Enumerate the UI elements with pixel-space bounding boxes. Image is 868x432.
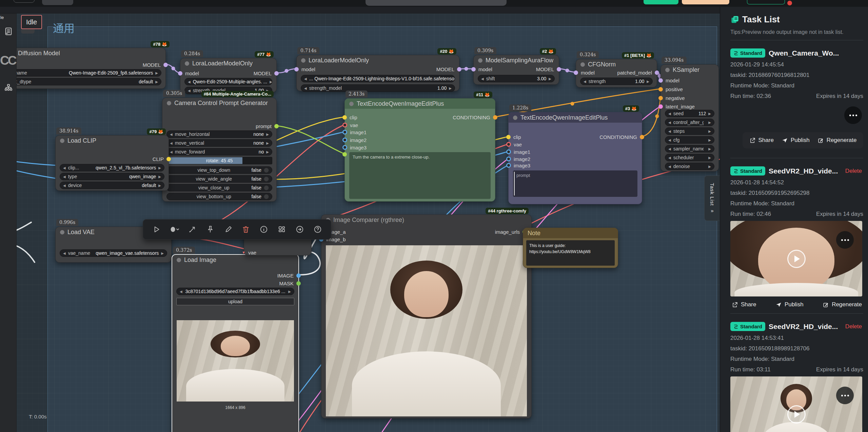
image_urls-out-port[interactable]: image_urls xyxy=(495,229,527,235)
right-arrow-icon[interactable]: ▶ xyxy=(266,150,269,154)
topbar-outline-button[interactable] xyxy=(14,0,35,3)
right-arrow-icon[interactable]: ▶ xyxy=(158,166,161,170)
port-dot-icon[interactable] xyxy=(166,157,171,161)
model-in-port[interactable]: model xyxy=(658,77,679,83)
node-collapse-dot[interactable] xyxy=(167,101,171,105)
regenerate-button[interactable]: Regenerate xyxy=(817,137,857,144)
port-dot-icon[interactable] xyxy=(557,67,561,71)
strength-widget[interactable]: ◀strength1.00▶ xyxy=(580,78,653,85)
toggle-dot-icon[interactable] xyxy=(264,177,269,182)
port-dot-icon[interactable] xyxy=(658,104,663,109)
control_after_generate-widget[interactable]: ◀control_after_generate▶ xyxy=(665,119,714,126)
right-arrow-icon[interactable]: ▶ xyxy=(708,112,711,116)
port-dot-icon[interactable] xyxy=(655,70,659,75)
route-icon[interactable] xyxy=(187,224,197,234)
more-options-button[interactable] xyxy=(844,106,862,124)
image1-in-port[interactable]: image1 xyxy=(506,149,530,155)
topbar-tab-button[interactable] xyxy=(42,0,73,5)
share-button[interactable]: Share xyxy=(749,137,774,144)
model-in-port[interactable]: model xyxy=(574,69,595,76)
info-icon[interactable] xyxy=(259,224,269,234)
model-in-port[interactable]: model xyxy=(294,66,315,72)
left-arrow-icon[interactable]: ◀ xyxy=(668,138,671,142)
submit-icon[interactable] xyxy=(295,224,305,234)
run-button[interactable] xyxy=(644,0,678,4)
view_wide_angle-toggle[interactable]: view_wide_anglefalse xyxy=(166,175,272,183)
share-button[interactable]: Share xyxy=(732,301,756,308)
right-arrow-icon[interactable]: ▶ xyxy=(158,175,161,179)
node-group-title[interactable]: 通用 xyxy=(53,20,75,35)
port-dot-icon[interactable] xyxy=(178,71,182,76)
right-arrow-icon[interactable]: ▶ xyxy=(161,251,164,255)
left-arrow-icon[interactable]: ◀ xyxy=(63,175,66,179)
left-arrow-icon[interactable]: ◀ xyxy=(180,290,182,293)
weight_dtype-widget[interactable]: ◀weight_dtypedefault▶ xyxy=(0,78,161,85)
port-dot-icon[interactable] xyxy=(506,142,511,147)
port-dot-icon[interactable] xyxy=(296,273,301,278)
model-sampling-auraflow-node[interactable]: 0.309s#2 🦊ModelSamplingAuraFlowmodelMODE… xyxy=(473,55,559,85)
image3-in-port[interactable]: image3 xyxy=(342,144,367,150)
right-arrow-icon[interactable]: ▶ xyxy=(155,71,158,75)
node-collapse-dot[interactable] xyxy=(177,258,181,262)
image2-in-port[interactable]: image2 xyxy=(506,156,530,162)
publish-button[interactable]: Publish xyxy=(782,137,810,144)
model-in-port[interactable]: model xyxy=(471,66,492,72)
value-widget[interactable]: ◀3c8701d136bd96d7aeed7f3b1fbaadbb133e6 .… xyxy=(176,288,294,295)
port-dot-icon[interactable] xyxy=(506,157,511,161)
left-arrow-icon[interactable]: ◀ xyxy=(170,150,173,154)
left-arrow-icon[interactable]: ◀ xyxy=(668,129,671,133)
port-dot-icon[interactable] xyxy=(342,123,347,127)
port-dot-icon[interactable] xyxy=(506,135,511,139)
task-title[interactable]: SeedVR2_HD_vide... xyxy=(769,323,842,331)
more-options-button[interactable] xyxy=(836,231,854,249)
right-arrow-icon[interactable]: ▶ xyxy=(708,138,711,142)
note-node[interactable]: NoteThis is a user guide:https://youtu.b… xyxy=(523,228,618,268)
lora-loader-2-node[interactable]: 0.714s#20 🦊LoraLoaderModelOnlymodelMODEL… xyxy=(296,55,459,91)
left-arrow-icon[interactable]: ◀ xyxy=(668,112,671,116)
upgrade-button[interactable] xyxy=(682,0,729,4)
strength_model-widget[interactable]: ◀strength_model1.00▶ xyxy=(301,84,455,92)
secondary-action-button[interactable] xyxy=(747,0,785,4)
task-video-thumbnail[interactable] xyxy=(730,376,862,432)
delete-task-button[interactable]: Delete xyxy=(845,168,862,174)
right-arrow-icon[interactable]: ▶ xyxy=(708,129,711,133)
negative-in-port[interactable]: negative xyxy=(658,95,685,101)
note-text[interactable]: This is a user guide:https://youtu.be/UG… xyxy=(526,240,615,266)
image1-in-port[interactable]: image1 xyxy=(342,129,367,135)
play-icon[interactable] xyxy=(151,224,161,234)
regenerate-button[interactable]: Regenerate xyxy=(823,301,862,308)
port-dot-icon[interactable] xyxy=(658,96,663,100)
image2-in-port[interactable]: image2 xyxy=(342,137,367,143)
MODEL-out-port[interactable]: MODEL xyxy=(254,70,279,76)
view_bottom_up-toggle[interactable]: view_bottom_upfalse xyxy=(166,193,272,200)
workflows-icon[interactable] xyxy=(4,26,13,36)
port-dot-icon[interactable] xyxy=(274,124,279,128)
left-arrow-icon[interactable]: ◀ xyxy=(170,132,173,136)
port-dot-icon[interactable] xyxy=(342,145,347,150)
CONDITIONING-out-port[interactable]: CONDITIONING xyxy=(453,114,497,120)
toggle-dot-icon[interactable] xyxy=(264,168,269,173)
right-arrow-icon[interactable]: ▶ xyxy=(266,141,269,145)
reroute-dot[interactable] xyxy=(566,69,569,73)
node-collapse-dot[interactable] xyxy=(60,139,64,143)
move_vertical-widget[interactable]: ◀move_verticalnone▶ xyxy=(166,139,272,147)
left-arrow-icon[interactable]: ◀ xyxy=(668,156,671,160)
node-collapse-dot[interactable] xyxy=(580,62,585,67)
play-video-button[interactable] xyxy=(787,405,806,424)
patched_model-out-port[interactable]: patched_model xyxy=(617,69,659,76)
left-arrow-icon[interactable]: ◀ xyxy=(584,80,586,83)
lora-loader-1-node[interactable]: 0.284s#77 🦊LoraLoaderModelOnlymodelMODEL… xyxy=(180,58,277,92)
load-clip-node[interactable]: 38.914s#79 🦊Load CLIPCLIP◀clip...qwen_2.… xyxy=(55,135,169,191)
search-input[interactable] xyxy=(366,0,507,6)
view_close_up-toggle[interactable]: view_close_upfalse xyxy=(166,184,272,191)
node-map-icon[interactable] xyxy=(4,83,13,92)
right-arrow-icon[interactable]: ▶ xyxy=(708,165,711,168)
reroute-dot[interactable] xyxy=(285,69,289,73)
vae-in-port[interactable]: vae xyxy=(342,122,358,128)
left-arrow-icon[interactable]: ◀ xyxy=(63,184,66,187)
right-arrow-icon[interactable]: ▶ xyxy=(158,184,161,187)
reroute-dot[interactable] xyxy=(655,115,659,118)
type-widget[interactable]: ◀typeqwen_image▶ xyxy=(60,173,164,180)
port-dot-icon[interactable] xyxy=(658,78,663,83)
port-dot-icon[interactable] xyxy=(342,138,347,142)
